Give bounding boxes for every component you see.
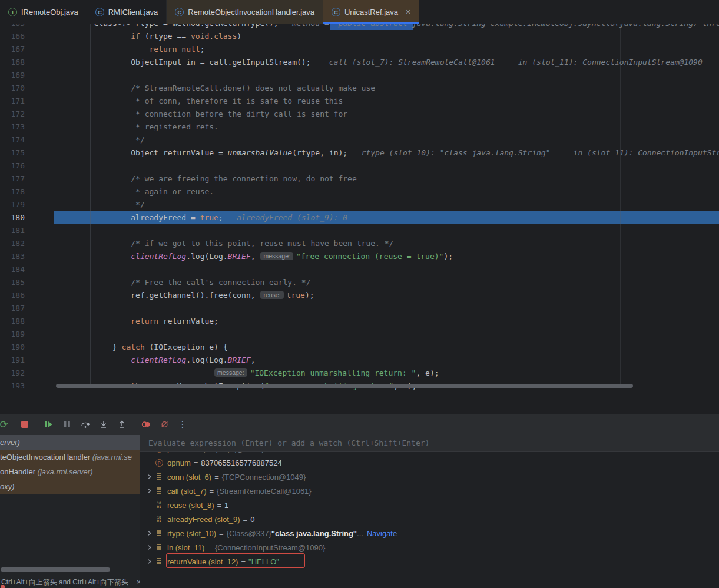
code-text (57, 160, 131, 172)
expand-chevron-icon[interactable] (145, 544, 154, 550)
tab-label: RMIClient.java (108, 8, 158, 16)
variable-row-alreadyFreed[interactable]: 1001alreadyFreed (slot_9)=0 (140, 512, 719, 526)
tab-remoteobjectinvocationhandler-java[interactable]: CRemoteObjectInvocationHandler.java (167, 0, 323, 24)
line-number: 192 (0, 367, 25, 380)
line-number: 191 (0, 354, 25, 367)
code-text: * connection before the dirty call is se… (57, 108, 347, 121)
line-number: 179 (0, 198, 25, 211)
code-line-174: 174 */ (0, 134, 719, 147)
variable-row-opnum[interactable]: popnum=8370655165776887524 (140, 456, 719, 470)
code-editor[interactable]: 165 Class<?> rtype = method.getReturnTyp… (0, 24, 719, 414)
stack-frame-row[interactable]: oxy) (0, 479, 140, 494)
tab-iremoteobj-java[interactable]: IIRemoteObj.java (0, 0, 87, 24)
stack-frame-row[interactable]: erver) (0, 435, 140, 450)
expand-chevron-icon[interactable] (145, 488, 154, 494)
debug-toolbar: ⟳⋮ (0, 414, 719, 434)
code-line-176: 176 (0, 160, 719, 172)
parameter-hint-chip: reuse: (260, 291, 283, 299)
variable-value: {ConnectionInputStream@1090} (215, 543, 325, 552)
resume-icon[interactable] (42, 418, 55, 431)
line-number: 184 (0, 263, 25, 276)
variable-value: {TCPConnection@1049} (222, 473, 306, 481)
line-number: 189 (0, 328, 25, 341)
code-text: ref.getChannel().free(conn, reuse:true); (57, 289, 314, 302)
debug-tool-window: ⟳⋮ NG erver)teObjectInvocationHandler (j… (0, 414, 719, 588)
line-number: 173 (0, 121, 25, 134)
variable-name: opnum (167, 459, 191, 467)
variable-icon-wrap (154, 529, 164, 538)
code-text: * again or reuse. (57, 185, 214, 198)
frames-horizontal-scrollbar[interactable] (1, 567, 110, 572)
line-number: 178 (0, 185, 25, 198)
toolbar-separator (134, 420, 134, 429)
frame-text: onHandler (0, 467, 38, 476)
variable-row-returnValue[interactable]: returnValue (slot_12)="HELLO" (140, 554, 719, 569)
comment-token: */ (135, 135, 145, 144)
class-icon: C (95, 8, 104, 16)
expand-chevron-icon[interactable] (145, 530, 154, 536)
step-out-icon[interactable] (115, 418, 128, 431)
pause-icon[interactable] (61, 418, 74, 431)
line-number: 171 (0, 95, 25, 108)
code-text (57, 302, 131, 315)
stack-frame-row[interactable]: onHandler (java.rmi.server) (0, 464, 140, 479)
editor-tab-bar: IIRemoteObj.javaCRMIClient.javaCRemoteOb… (0, 0, 719, 24)
equals-sign: = (211, 473, 222, 481)
code-text: message:"IOException unmarshalling retur… (57, 367, 439, 380)
equals-sign: = (214, 501, 224, 510)
expand-chevron-icon[interactable] (145, 474, 154, 480)
tab-close-icon[interactable]: × (406, 8, 410, 16)
code-text: /* Free the call's connection early. */ (57, 276, 310, 289)
code-text: ObjectInput in = call.getInputStream(); … (57, 56, 703, 69)
tab-rmiclient-java[interactable]: CRMIClient.java (87, 0, 167, 24)
variable-row-call[interactable]: call (slot_7)={StreamRemoteCall@1061} (140, 484, 719, 498)
class-icon: C (175, 8, 184, 16)
code-line-179: 179 */ (0, 198, 719, 211)
variable-name: call (slot_7) (167, 487, 206, 496)
code-line-192: 192 message:"IOException unmarshalling r… (0, 367, 719, 380)
evaluate-expression-input[interactable]: Evaluate expression (Enter) or add a wat… (140, 434, 719, 452)
line-number: 169 (0, 69, 25, 82)
stop-icon[interactable] (18, 418, 31, 431)
variable-value: {Class@337} (227, 529, 271, 538)
expand-chevron-icon[interactable] (145, 559, 154, 564)
code-line-167: 167 return null; (0, 43, 719, 56)
line-number: 166 (0, 30, 25, 43)
view-breakpoints-icon[interactable] (140, 418, 153, 431)
string-token: "free connection (reuse = true)" (296, 252, 443, 261)
inline-debugger-hint: call (slot_7): StreamRemoteCall@1061 in … (310, 58, 702, 67)
code-line-168: 168 ObjectInput in = call.getInputStream… (0, 56, 719, 69)
variable-row-rtype[interactable]: rtype (slot_10)={Class@337} "class java.… (140, 526, 719, 540)
shortcut-hint-banner: Ctrl+Alt+向上箭头 and Ctrl+Alt+向下箭头× (1, 577, 140, 587)
gutter-divider (54, 24, 54, 414)
code-line-170: 170 /* StreamRemoteCall.done() does not … (0, 82, 719, 95)
code-text: clientRefLog.log(Log.BRIEF, (57, 354, 256, 367)
code-line-188: 188 return returnValue; (0, 315, 719, 328)
stack-frame-row[interactable]: teObjectInvocationHandler (java.rmi.se (0, 450, 140, 464)
variable-row-in[interactable]: in (slot_11)={ConnectionInputStream@1090… (140, 540, 719, 554)
comment-token: * of conn, therefore it is safe to reuse… (135, 97, 343, 105)
step-into-icon[interactable] (97, 418, 110, 431)
code-line-175: 175 Object returnValue = unmarshalValue(… (0, 147, 719, 160)
variable-row-reuse[interactable]: 1001reuse (slot_8)=1 (140, 498, 719, 512)
code-line-185: 185 /* Free the call's connection early.… (0, 276, 719, 289)
rerun-debug-icon[interactable]: ⟳ (0, 418, 13, 431)
editor-horizontal-scrollbar[interactable] (56, 384, 633, 388)
code-token: (rtype == (140, 32, 191, 41)
code-line-187: 187 (0, 302, 719, 315)
variable-value: {StreamRemoteCall@1061} (217, 487, 312, 496)
variables-panel: pmethod={Method@1016} public abstract ja… (140, 434, 719, 588)
more-options-icon[interactable]: ⋮ (176, 418, 189, 431)
keyword-token: true (200, 213, 218, 222)
indent-guide (110, 24, 110, 384)
mute-breakpoints-icon[interactable] (158, 418, 171, 431)
variable-row-conn[interactable]: conn (slot_6)={TCPConnection@1049} (140, 470, 719, 484)
equals-sign: = (216, 529, 227, 538)
code-line-171: 171 * of conn, therefore it is safe to r… (0, 95, 719, 108)
tab-unicastref-java[interactable]: CUnicastRef.java× (323, 0, 419, 24)
frame-package: (java.rmi.se (92, 453, 132, 461)
line-number: 181 (0, 224, 25, 237)
navigate-link[interactable]: Navigate (367, 529, 397, 538)
step-over-icon[interactable] (79, 418, 92, 431)
code-text: clientRefLog.log(Log.BRIEF, message:"fre… (57, 250, 453, 263)
